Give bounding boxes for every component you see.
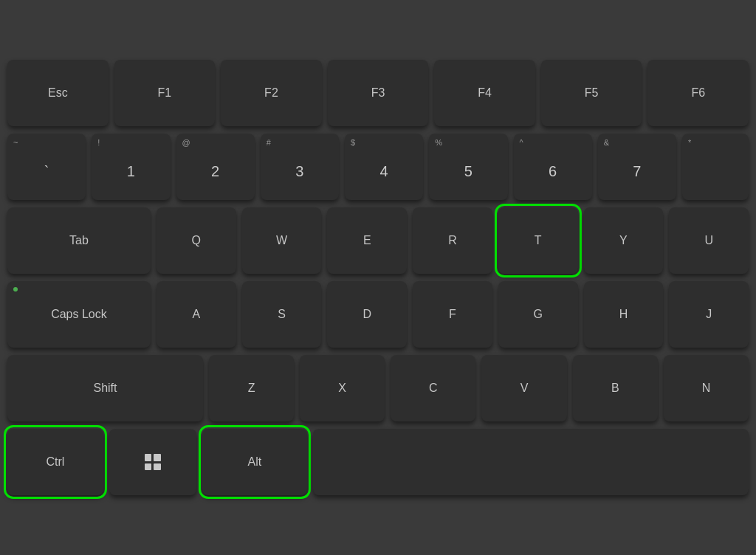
key-caps-lock-label: Caps Lock <box>51 308 107 321</box>
key-5-main: 5 <box>464 163 472 180</box>
key-r[interactable]: R <box>413 207 492 274</box>
windows-icon <box>145 454 161 470</box>
key-v[interactable]: V <box>481 355 566 421</box>
key-1-sub: ! <box>97 138 100 147</box>
key-f2-label: F2 <box>264 86 278 100</box>
key-z-label: Z <box>248 382 255 395</box>
key-alt[interactable]: Alt <box>202 429 307 495</box>
key-2-main: 2 <box>211 163 219 180</box>
key-n-label: N <box>702 382 711 395</box>
bottom-row: Ctrl Alt <box>7 429 749 495</box>
key-e[interactable]: E <box>327 207 407 274</box>
key-h-label: H <box>619 308 628 321</box>
key-a-label: A <box>192 308 200 321</box>
key-g[interactable]: G <box>498 281 578 348</box>
key-a[interactable]: A <box>157 281 236 348</box>
key-f1-label: F1 <box>158 86 172 100</box>
key-f5[interactable]: F5 <box>541 60 642 126</box>
key-7-sub: & <box>604 138 609 147</box>
key-ctrl-label: Ctrl <box>46 455 64 469</box>
key-d[interactable]: D <box>327 281 407 348</box>
key-shift-label: Shift <box>93 382 117 395</box>
key-f1[interactable]: F1 <box>114 60 216 126</box>
number-row: ~ ` ! 1 @ 2 # 3 $ 4 % 5 ^ 6 & 7 <box>7 134 749 200</box>
key-f-label: F <box>449 308 456 321</box>
key-f3-label: F3 <box>371 86 385 100</box>
function-row: Esc F1 F2 F3 F4 F5 F6 <box>7 60 749 126</box>
key-5-sub: % <box>435 138 442 147</box>
key-tab[interactable]: Tab <box>7 207 151 274</box>
key-f5-label: F5 <box>585 86 599 100</box>
key-esc[interactable]: Esc <box>7 60 109 126</box>
key-8-sub: * <box>688 138 691 147</box>
key-w[interactable]: W <box>242 207 322 274</box>
key-caps-lock[interactable]: Caps Lock <box>7 281 151 348</box>
key-8[interactable]: * <box>682 134 749 200</box>
key-s-label: S <box>278 308 286 321</box>
key-6[interactable]: ^ 6 <box>514 134 592 200</box>
zxcv-row: Shift Z X C V B N <box>7 355 749 421</box>
key-h[interactable]: H <box>584 281 664 348</box>
key-win[interactable] <box>109 429 196 495</box>
key-u-label: U <box>704 234 713 247</box>
key-r-label: R <box>448 234 457 247</box>
key-f2[interactable]: F2 <box>221 60 322 126</box>
key-tilde[interactable]: ~ ` <box>7 134 86 200</box>
key-b-label: B <box>611 382 619 395</box>
key-shift[interactable]: Shift <box>7 355 203 421</box>
key-y-label: Y <box>619 234 628 247</box>
key-tilde-sub: ~ <box>13 138 18 147</box>
key-u[interactable]: U <box>669 207 749 274</box>
key-1-main: 1 <box>127 163 135 180</box>
key-x[interactable]: X <box>300 355 385 421</box>
key-q-label: Q <box>192 234 201 247</box>
key-7-main: 7 <box>633 163 641 180</box>
key-f6[interactable]: F6 <box>647 60 749 126</box>
asdf-row: Caps Lock A S D F G H J <box>7 281 749 348</box>
key-4[interactable]: $ 4 <box>345 134 423 200</box>
key-3[interactable]: # 3 <box>261 134 339 200</box>
key-s[interactable]: S <box>242 281 322 348</box>
key-d-label: D <box>362 308 371 321</box>
key-j[interactable]: J <box>669 281 749 348</box>
key-alt-label: Alt <box>247 455 261 469</box>
key-v-label: V <box>520 382 529 395</box>
key-c-label: C <box>429 382 438 395</box>
key-f3[interactable]: F3 <box>328 60 429 126</box>
key-5[interactable]: % 5 <box>429 134 507 200</box>
key-e-label: E <box>363 234 371 247</box>
key-f4[interactable]: F4 <box>434 60 535 126</box>
keyboard: Esc F1 F2 F3 F4 F5 F6 ~ ` ! 1 @ <box>0 0 756 555</box>
key-space[interactable] <box>313 429 749 495</box>
key-1[interactable]: ! 1 <box>92 134 170 200</box>
key-7[interactable]: & 7 <box>598 134 676 200</box>
key-ctrl[interactable]: Ctrl <box>7 429 103 495</box>
key-2[interactable]: @ 2 <box>176 134 255 200</box>
key-f6-label: F6 <box>691 86 705 100</box>
key-esc-label: Esc <box>48 86 68 100</box>
key-g-label: G <box>533 308 542 321</box>
key-y[interactable]: Y <box>584 207 664 274</box>
key-tilde-main: ` <box>44 163 49 180</box>
key-w-label: W <box>276 234 287 247</box>
key-b[interactable]: B <box>573 355 658 421</box>
key-3-sub: # <box>267 138 271 147</box>
key-q[interactable]: Q <box>157 207 236 274</box>
key-2-sub: @ <box>182 138 190 147</box>
key-z[interactable]: Z <box>209 355 294 421</box>
key-f4-label: F4 <box>478 86 492 100</box>
key-c[interactable]: C <box>391 355 475 421</box>
key-x-label: X <box>338 382 346 395</box>
qwerty-row: Tab Q W E R T Y U <box>7 207 749 274</box>
key-3-main: 3 <box>295 163 303 180</box>
key-n[interactable]: N <box>664 355 749 421</box>
key-6-sub: ^ <box>520 138 523 147</box>
key-4-main: 4 <box>380 163 388 180</box>
caps-lock-indicator <box>13 287 18 292</box>
key-j-label: J <box>706 308 712 321</box>
key-t[interactable]: T <box>498 207 578 274</box>
key-4-sub: $ <box>351 138 355 147</box>
key-f[interactable]: F <box>413 281 492 348</box>
key-t-label: T <box>535 234 542 247</box>
key-6-main: 6 <box>549 163 557 180</box>
